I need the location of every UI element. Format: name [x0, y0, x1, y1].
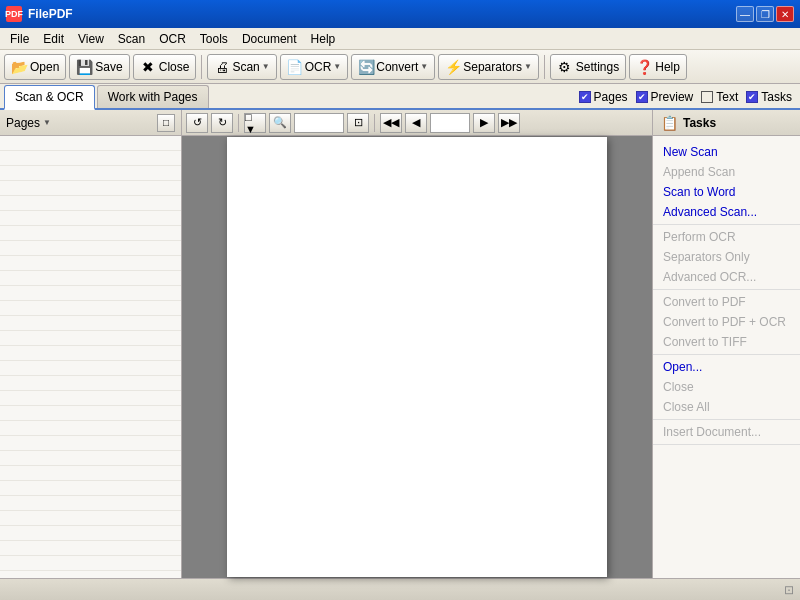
pages-checkbox[interactable]: ✔: [579, 91, 591, 103]
pages-add-icon: □: [163, 117, 169, 128]
save-button[interactable]: 💾 Save: [69, 54, 129, 80]
title-left: PDF FilePDF: [6, 6, 73, 22]
close-button[interactable]: ✖ Close: [133, 54, 197, 80]
status-bar: ⊡: [0, 578, 800, 600]
tasks-section-scan: New Scan Append Scan Scan to Word Advanc…: [653, 140, 800, 225]
tab-work-with-pages[interactable]: Work with Pages: [97, 85, 209, 108]
canvas-zoom-fit-button[interactable]: ⊡: [347, 113, 369, 133]
canvas-view-button[interactable]: □ ▼: [244, 113, 266, 133]
tasks-toggle[interactable]: ✔ Tasks: [746, 90, 792, 104]
task-append-scan: Append Scan: [653, 162, 800, 182]
tasks-checkbox[interactable]: ✔: [746, 91, 758, 103]
tasks-section-insert: Insert Document...: [653, 420, 800, 445]
minimize-button[interactable]: —: [736, 6, 754, 22]
toolbar-separator-1: [201, 55, 202, 79]
open-button[interactable]: 📂 Open: [4, 54, 66, 80]
pages-dropdown[interactable]: Pages ▼: [6, 116, 51, 130]
tasks-section-ocr: Perform OCR Separators Only Advanced OCR…: [653, 225, 800, 290]
close-icon: ✖: [140, 59, 156, 75]
task-convert-tiff: Convert to TIFF: [653, 332, 800, 352]
tab-bar: Scan & OCR Work with Pages ✔ Pages ✔ Pre…: [0, 84, 800, 110]
task-insert-document: Insert Document...: [653, 422, 800, 442]
canvas-separator-1: [238, 114, 239, 132]
task-close-all: Close All: [653, 397, 800, 417]
canvas-content: [182, 136, 652, 578]
canvas-rotate-left-button[interactable]: ↺: [186, 113, 208, 133]
pages-dropdown-arrow: ▼: [43, 118, 51, 127]
task-advanced-scan[interactable]: Advanced Scan...: [653, 202, 800, 222]
tasks-header: 📋 Tasks: [653, 110, 800, 136]
convert-icon: 🔄: [358, 59, 374, 75]
task-open[interactable]: Open...: [653, 357, 800, 377]
preview-checkbox[interactable]: ✔: [636, 91, 648, 103]
main-area: Pages ▼ □ ↺ ↻ □ ▼ 🔍 ⊡ ◀◀ ◀ ▶ ▶▶: [0, 110, 800, 578]
scan-dropdown-arrow: ▼: [262, 62, 270, 71]
pages-content: [0, 136, 181, 578]
tab-scan-ocr[interactable]: Scan & OCR: [4, 85, 95, 110]
pages-toggle[interactable]: ✔ Pages: [579, 90, 628, 104]
open-icon: 📂: [11, 59, 27, 75]
settings-icon: ⚙: [557, 59, 573, 75]
app-title: FilePDF: [28, 7, 73, 21]
tasks-panel: 📋 Tasks New Scan Append Scan Scan to Wor…: [652, 110, 800, 578]
scan-button[interactable]: 🖨 Scan ▼: [207, 54, 276, 80]
canvas-rotate-right-button[interactable]: ↻: [211, 113, 233, 133]
task-convert-pdf-ocr: Convert to PDF + OCR: [653, 312, 800, 332]
title-bar: PDF FilePDF — ❐ ✕: [0, 0, 800, 28]
pages-add-button[interactable]: □: [157, 114, 175, 132]
ocr-dropdown-arrow: ▼: [333, 62, 341, 71]
ocr-icon: 📄: [287, 59, 303, 75]
canvas-nav-prev-button[interactable]: ◀: [405, 113, 427, 133]
canvas-separator-2: [374, 114, 375, 132]
restore-button[interactable]: ❐: [756, 6, 774, 22]
canvas-zoom-input[interactable]: [294, 113, 344, 133]
canvas-nav-first-button[interactable]: ◀◀: [380, 113, 402, 133]
separators-icon: ⚡: [445, 59, 461, 75]
text-toggle[interactable]: Text: [701, 90, 738, 104]
menu-bar: FileEditViewScanOCRToolsDocumentHelp: [0, 28, 800, 50]
menu-item-ocr[interactable]: OCR: [153, 30, 192, 48]
menu-item-tools[interactable]: Tools: [194, 30, 234, 48]
separators-button[interactable]: ⚡ Separators ▼: [438, 54, 539, 80]
convert-dropdown-arrow: ▼: [420, 62, 428, 71]
text-checkbox[interactable]: [701, 91, 713, 103]
separators-dropdown-arrow: ▼: [524, 62, 532, 71]
menu-item-edit[interactable]: Edit: [37, 30, 70, 48]
tasks-section-convert: Convert to PDF Convert to PDF + OCR Conv…: [653, 290, 800, 355]
task-perform-ocr: Perform OCR: [653, 227, 800, 247]
canvas-page-input[interactable]: [430, 113, 470, 133]
task-convert-pdf: Convert to PDF: [653, 292, 800, 312]
settings-button[interactable]: ⚙ Settings: [550, 54, 626, 80]
help-icon: ❓: [636, 59, 652, 75]
scan-icon: 🖨: [214, 59, 230, 75]
canvas-nav-last-button[interactable]: ▶▶: [498, 113, 520, 133]
menu-item-view[interactable]: View: [72, 30, 110, 48]
menu-item-help[interactable]: Help: [305, 30, 342, 48]
app-icon: PDF: [6, 6, 22, 22]
ocr-button[interactable]: 📄 OCR ▼: [280, 54, 349, 80]
task-separators-only: Separators Only: [653, 247, 800, 267]
canvas-nav-next-button[interactable]: ▶: [473, 113, 495, 133]
document-canvas: [227, 137, 607, 577]
pages-toolbar: Pages ▼ □: [0, 110, 181, 136]
toolbar: 📂 Open 💾 Save ✖ Close 🖨 Scan ▼ 📄 OCR ▼ 🔄…: [0, 50, 800, 84]
title-controls: — ❐ ✕: [736, 6, 794, 22]
canvas-zoom-in-button[interactable]: 🔍: [269, 113, 291, 133]
menu-item-document[interactable]: Document: [236, 30, 303, 48]
task-new-scan[interactable]: New Scan: [653, 142, 800, 162]
menu-item-scan[interactable]: Scan: [112, 30, 151, 48]
close-window-button[interactable]: ✕: [776, 6, 794, 22]
menu-item-file[interactable]: File: [4, 30, 35, 48]
view-toggles: ✔ Pages ✔ Preview Text ✔ Tasks: [579, 90, 796, 108]
toolbar-separator-2: [544, 55, 545, 79]
tasks-list: New Scan Append Scan Scan to Word Advanc…: [653, 136, 800, 578]
task-close: Close: [653, 377, 800, 397]
resize-grip: ⊡: [784, 583, 794, 597]
tasks-section-file: Open... Close Close All: [653, 355, 800, 420]
help-button[interactable]: ❓ Help: [629, 54, 687, 80]
task-scan-to-word[interactable]: Scan to Word: [653, 182, 800, 202]
preview-toggle[interactable]: ✔ Preview: [636, 90, 694, 104]
convert-button[interactable]: 🔄 Convert ▼: [351, 54, 435, 80]
canvas-toolbar: ↺ ↻ □ ▼ 🔍 ⊡ ◀◀ ◀ ▶ ▶▶: [182, 110, 652, 136]
save-icon: 💾: [76, 59, 92, 75]
